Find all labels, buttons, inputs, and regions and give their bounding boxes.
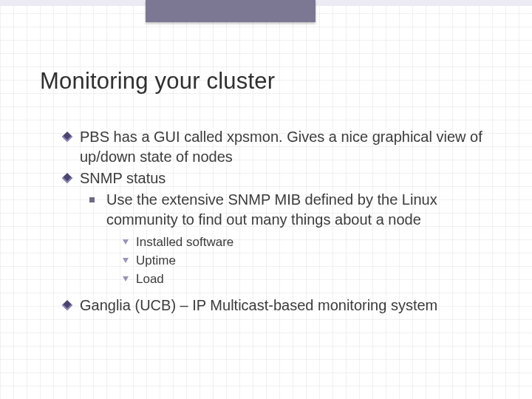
list-item: SNMP status Use the extensive SNMP MIB d… [64,168,492,294]
sub-list: Use the extensive SNMP MIB defined by th… [86,190,492,288]
bullet-text: PBS has a GUI called xpsmon. Gives a nic… [80,129,482,165]
slide: Monitoring your cluster PBS has a GUI ca… [0,0,532,399]
list-item: PBS has a GUI called xpsmon. Gives a nic… [64,127,492,167]
sub-sub-list: Installed software Uptime Load [120,234,492,288]
bullet-text: SNMP status [80,170,166,186]
bullet-list: PBS has a GUI called xpsmon. Gives a nic… [64,127,492,316]
bullet-text: Load [136,272,164,286]
title-accent-bar [146,0,316,22]
bullet-text: Ganglia (UCB) – IP Multicast-based monit… [80,297,437,313]
list-item: Uptime [120,253,492,270]
bullet-text: Installed software [136,235,233,249]
list-item: Load [120,271,492,288]
slide-title: Monitoring your cluster [40,68,275,95]
list-item: Use the extensive SNMP MIB defined by th… [86,190,492,288]
list-item: Ganglia (UCB) – IP Multicast-based monit… [64,296,492,316]
bullet-text: Uptime [136,253,176,267]
bullet-text: Use the extensive SNMP MIB defined by th… [106,191,437,228]
list-item: Installed software [120,234,492,251]
slide-body: PBS has a GUI called xpsmon. Gives a nic… [64,127,492,317]
